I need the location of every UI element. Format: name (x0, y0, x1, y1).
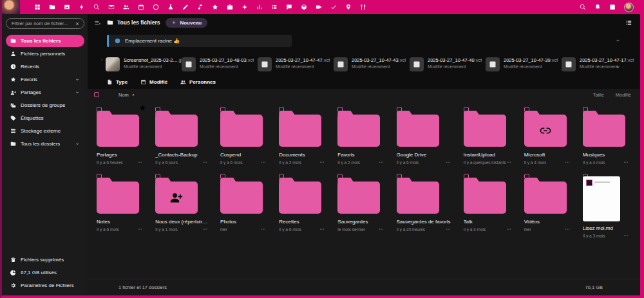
analytics-icon[interactable] (256, 4, 263, 10)
chevron-down-icon[interactable] (75, 142, 80, 147)
actions-menu-button[interactable] (623, 233, 629, 238)
breadcrumb[interactable]: Tous les fichiers (107, 19, 160, 26)
filter-chip-modified[interactable]: Modifié (140, 79, 167, 85)
actions-menu-button[interactable] (623, 160, 629, 165)
maps-icon[interactable] (345, 4, 352, 10)
filter-chip-type[interactable]: Type (107, 79, 128, 85)
sidebar-item-group-folders[interactable]: Dossiers de groupe (6, 99, 84, 111)
view-toggle-icon[interactable] (625, 19, 632, 26)
grid-item-partages[interactable]: Partages Il y a 6 heures (91, 103, 150, 170)
select-all-checkbox[interactable] (94, 92, 99, 97)
grid-item-lisez-moi[interactable]: Lisez moi.md Il y a 3 mois (578, 170, 636, 237)
actions-menu-button[interactable] (565, 160, 570, 165)
grid-item-sauvegardes[interactable]: Sauvegardes le mois dernier (332, 170, 391, 237)
actions-menu-button[interactable] (446, 227, 451, 232)
sidebar-item-favorites[interactable]: Favoris (6, 73, 84, 86)
actions-menu-button[interactable] (261, 227, 266, 232)
dashboard-icon[interactable] (34, 4, 41, 10)
recent-file[interactable]: Screenshot_2025-03-2….jpg Modifié récemm… (106, 57, 182, 71)
grid-item-notes[interactable]: Notes Il y a 6 mois (91, 170, 150, 237)
recent-file[interactable]: 2025-03-27_10-47-17.vcf Modifié récemmen… (562, 57, 638, 71)
video-icon[interactable] (316, 4, 322, 10)
recent-file[interactable]: 2025-03-27_10-47-47.vcf Modifié récemmen… (258, 57, 334, 71)
grid-item-talk[interactable]: Talk Il y a 3 mois (459, 170, 519, 237)
talk-icon[interactable] (286, 4, 292, 10)
sidebar-item-personal-files[interactable]: Fichiers personnels (6, 48, 84, 60)
files-icon[interactable] (49, 4, 55, 10)
notes-icon[interactable] (182, 4, 189, 10)
apps-box-icon[interactable] (301, 4, 307, 10)
actions-menu-button[interactable] (202, 227, 207, 232)
sidebar-item-shares[interactable]: Partages (6, 86, 84, 98)
tasks-icon[interactable] (271, 4, 278, 10)
grid-item-photos[interactable]: Photos hier (215, 170, 274, 237)
grid-item-documents[interactable]: Documents Il y a 2 mois (274, 103, 332, 170)
sidebar-item-quota[interactable]: 67,1 GB utilisés (6, 266, 84, 279)
new-button[interactable]: Nouveau (166, 18, 207, 28)
assistant-icon[interactable] (242, 4, 248, 10)
recent-file[interactable]: 2025-03-27_10-48-03.vcf Modifié récemmen… (182, 57, 258, 71)
recipes-icon[interactable] (360, 4, 366, 10)
search-app-icon[interactable] (93, 4, 100, 10)
sidebar-item-tags[interactable]: Étiquettes (6, 112, 84, 124)
actions-menu-button[interactable] (137, 227, 142, 232)
checks-icon[interactable] (330, 4, 337, 10)
modified-column-header[interactable]: Modifié (616, 92, 631, 98)
filter-chip-people[interactable]: Personnes (180, 79, 216, 85)
contacts-menu-icon[interactable] (609, 4, 616, 10)
grid-item-instantupload[interactable]: InstantUpload Il y a quelques instants (459, 103, 519, 170)
actions-menu-button[interactable] (379, 227, 384, 232)
grid-item-musiques[interactable]: Musiques Il y a 4 mois (578, 103, 636, 170)
logo-avatar[interactable] (2, 0, 20, 14)
nav-toggle-icon[interactable] (94, 19, 101, 26)
sidebar-item-recent[interactable]: Récents (6, 61, 84, 73)
grid-item-sauvegardes-favoris[interactable]: Sauvegardes de favoris Il y a 20 heures (392, 170, 459, 237)
activity-icon[interactable] (79, 4, 85, 10)
notifications-bell-icon[interactable] (594, 4, 601, 10)
recent-file[interactable]: 2025-03-27_10-47-40.vcf Modifié récemmen… (410, 57, 486, 71)
sidebar-item-all-folders[interactable]: Tous les dossiers (6, 138, 84, 150)
actions-menu-button[interactable] (319, 160, 325, 165)
grid-item-favoris[interactable]: Favoris Il y a 2 mois (332, 103, 391, 170)
favorites-icon[interactable] (212, 4, 218, 10)
chevron-down-icon[interactable] (75, 77, 80, 82)
sidebar-item-external-storage[interactable]: Stockage externe (6, 125, 84, 137)
recent-file[interactable]: 2025-03-27_10-47-39.vcf Modifié récemmen… (486, 57, 562, 71)
contacts-icon[interactable] (123, 4, 129, 10)
actions-menu-button[interactable] (506, 227, 511, 232)
actions-menu-button[interactable] (379, 160, 384, 165)
music-icon[interactable] (197, 4, 204, 10)
scroll-left-chevron-icon[interactable] (99, 57, 104, 62)
search-icon[interactable] (580, 4, 586, 10)
actions-menu-button[interactable] (565, 227, 570, 232)
sidebar-item-files-settings[interactable]: Paramètres de Fichiers (6, 279, 84, 292)
grid-item-contacts-backup[interactable]: _Contacts-Backup Il y a 6 jours (150, 103, 215, 170)
actions-menu-button[interactable] (446, 160, 451, 165)
size-column-header[interactable]: Taille (593, 92, 604, 98)
sidebar-item-all-files[interactable]: Tous les fichiers (6, 35, 84, 47)
actions-menu-button[interactable] (506, 160, 511, 165)
filter-input[interactable] (10, 20, 72, 27)
sort-by-name[interactable]: Nom (118, 92, 136, 98)
actions-menu-button[interactable] (137, 160, 142, 165)
user-avatar[interactable] (624, 3, 634, 12)
grid-item-microsoft[interactable]: Microsoft Il y a 4 mois (519, 103, 578, 170)
collapse-banner-chevron-up-icon[interactable] (615, 37, 621, 43)
clear-filter-icon[interactable] (75, 21, 80, 26)
actions-menu-button[interactable] (202, 160, 207, 165)
grid-item-cospend[interactable]: Cospend Il y a 6 mois (215, 103, 274, 170)
chevron-down-icon[interactable] (75, 90, 80, 95)
money-icon[interactable] (153, 4, 159, 10)
grid-item-google-drive[interactable]: Google Drive Il y a 6 mois (392, 103, 459, 170)
science-icon[interactable] (167, 4, 174, 10)
recent-file[interactable]: 2025-03-27_10-47-43.vcf Modifié récemmen… (334, 57, 410, 71)
calendar-icon[interactable] (138, 4, 144, 10)
grid-item-videos[interactable]: Vidéos hier (519, 170, 578, 237)
actions-menu-button[interactable] (319, 227, 325, 232)
photos-icon[interactable] (64, 4, 70, 10)
deck-icon[interactable] (227, 4, 233, 10)
grid-item-recettes[interactable]: Recettes Il y a 6 mois (274, 170, 332, 237)
grid-item-nous-deux[interactable]: Nous deux (répertoir… Il y a 1 mois (150, 170, 215, 237)
sidebar-item-deleted-files[interactable]: Fichiers supprimés (6, 254, 84, 266)
actions-menu-button[interactable] (261, 160, 266, 165)
